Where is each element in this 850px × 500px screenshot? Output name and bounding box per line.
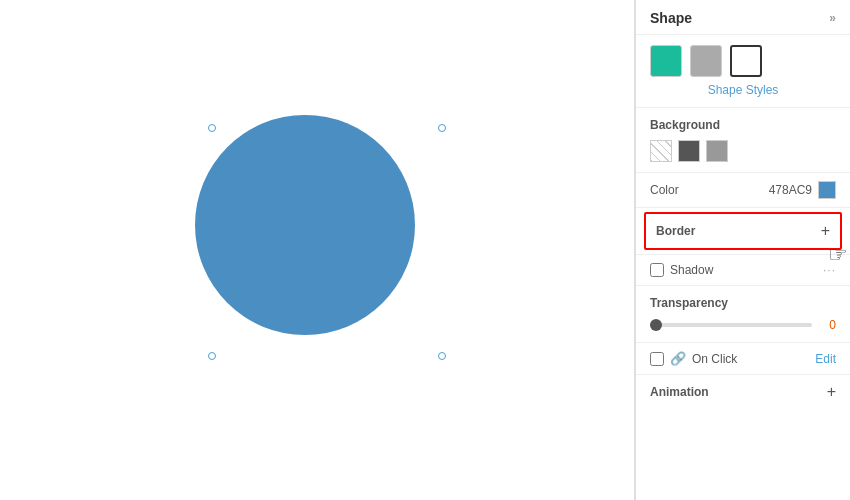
handle-top-right[interactable] <box>438 124 446 132</box>
onclick-edit-button[interactable]: Edit <box>815 352 836 366</box>
swatch-teal[interactable] <box>650 45 682 77</box>
color-hex-value: 478AC9 <box>769 183 812 197</box>
shadow-dots: ··· <box>823 263 836 277</box>
onclick-label: On Click <box>692 352 737 366</box>
bg-swatch-medium[interactable] <box>706 140 728 162</box>
transparency-control: 0 <box>650 318 836 332</box>
color-swatch[interactable] <box>818 181 836 199</box>
animation-add-button[interactable]: + <box>827 383 836 401</box>
handle-bottom-right[interactable] <box>438 352 446 360</box>
shape-styles-label[interactable]: Shape Styles <box>636 81 850 107</box>
swatch-white[interactable] <box>730 45 762 77</box>
shadow-label: Shadow <box>670 263 713 277</box>
animation-label: Animation <box>650 385 709 399</box>
link-icon: 🔗 <box>670 351 686 366</box>
right-panel: Shape » Shape Styles Background Color 47… <box>635 0 850 500</box>
color-row: Color 478AC9 <box>636 172 850 207</box>
shadow-left-group: Shadow <box>650 263 713 277</box>
transparency-value: 0 <box>822 318 836 332</box>
onclick-row: 🔗 On Click Edit <box>636 342 850 374</box>
bg-swatch-dark[interactable] <box>678 140 700 162</box>
shadow-row: Shadow ··· <box>636 254 850 285</box>
border-label: Border <box>656 224 695 238</box>
onclick-left-group: 🔗 On Click <box>650 351 737 366</box>
expand-icon[interactable]: » <box>829 11 836 25</box>
handle-top-left[interactable] <box>208 124 216 132</box>
animation-row: Animation + <box>636 374 850 409</box>
border-add-button[interactable]: + <box>821 222 830 240</box>
circle-shape[interactable] <box>195 115 415 335</box>
swatch-gray[interactable] <box>690 45 722 77</box>
canvas-area <box>0 0 635 500</box>
background-section: Background <box>636 107 850 172</box>
bg-swatches-row <box>650 140 836 162</box>
border-section: Border + ☞ <box>644 212 842 250</box>
shape-swatches-row <box>636 35 850 81</box>
color-label: Color <box>650 183 679 197</box>
panel-title: Shape <box>650 10 692 26</box>
transparency-title: Transparency <box>650 296 836 310</box>
transparency-section: Transparency 0 <box>636 285 850 342</box>
background-label: Background <box>650 118 836 132</box>
transparency-slider[interactable] <box>650 323 812 327</box>
bg-swatch-transparent[interactable] <box>650 140 672 162</box>
panel-header: Shape » <box>636 0 850 35</box>
shadow-checkbox[interactable] <box>650 263 664 277</box>
color-value-group: 478AC9 <box>769 181 836 199</box>
handle-bottom-left[interactable] <box>208 352 216 360</box>
onclick-checkbox[interactable] <box>650 352 664 366</box>
